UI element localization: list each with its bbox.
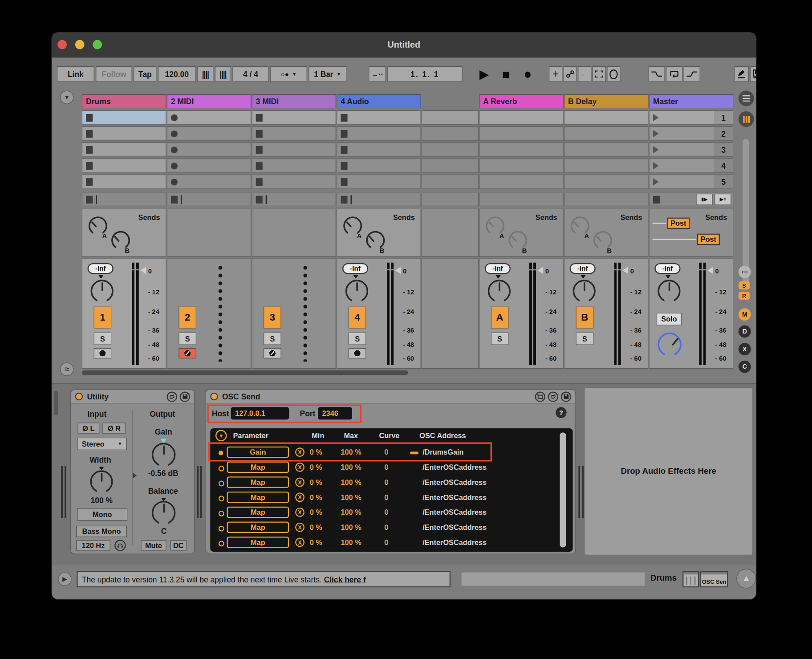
clear-mapping-icon[interactable]: X xyxy=(295,463,304,472)
arrangement-position-field[interactable]: 1. 1. 1 xyxy=(387,66,463,82)
crossfade-section-toggle[interactable]: X xyxy=(739,343,751,355)
clear-mapping-icon[interactable]: X xyxy=(295,508,304,517)
phase-invert-left-button[interactable]: Ø L xyxy=(77,423,99,433)
solo-button[interactable]: S xyxy=(264,333,281,345)
clip-slot[interactable] xyxy=(82,175,166,189)
returns-section-toggle[interactable]: R xyxy=(739,292,750,300)
overdub-plus-button[interactable]: + xyxy=(549,66,562,82)
cue-volume-knob[interactable] xyxy=(658,333,682,357)
stop-clip-icon[interactable] xyxy=(171,195,178,203)
quantize-menu[interactable]: 1 Bar ▼ xyxy=(309,66,346,82)
track-activator-button[interactable]: 3 xyxy=(264,307,281,329)
curve-value[interactable]: 0 xyxy=(384,523,388,532)
clip-slot[interactable] xyxy=(167,110,252,125)
clip-slot[interactable] xyxy=(82,159,166,173)
follow-arrow-button[interactable]: →·· xyxy=(369,66,386,82)
volume-field[interactable]: -Inf xyxy=(88,263,114,274)
time-signature-field[interactable]: 4 / 4 xyxy=(232,66,268,82)
computer-midi-keyboard-icon[interactable] xyxy=(751,66,756,82)
osc-send-device-thumbnail[interactable]: OSC Sen xyxy=(700,571,728,587)
device-on-led[interactable] xyxy=(210,393,218,400)
curve-value[interactable]: 0 xyxy=(384,448,388,456)
clip-slot[interactable] xyxy=(252,126,336,141)
draw-mode-pencil-icon[interactable] xyxy=(735,66,749,82)
track-header-4aud[interactable]: 4 Audio xyxy=(337,94,421,108)
osc-address-field[interactable]: /EnterOSCaddress xyxy=(422,463,487,472)
link-button[interactable]: Link xyxy=(57,66,94,82)
channel-mode-select[interactable]: Stereo ▼ xyxy=(77,438,127,450)
stop-clip-icon[interactable] xyxy=(256,195,263,203)
nudge-down-button[interactable]: |||| xyxy=(197,66,213,82)
clip-stop-icon[interactable] xyxy=(341,162,347,170)
min-value[interactable]: 0 % xyxy=(310,478,322,487)
max-value[interactable]: 100 % xyxy=(341,493,361,501)
solo-button[interactable]: S xyxy=(179,333,196,345)
empty-track-area[interactable] xyxy=(422,94,479,369)
port-input[interactable]: 2346 xyxy=(318,407,352,419)
clip-slot[interactable] xyxy=(252,142,336,157)
clip-slot[interactable] xyxy=(167,159,252,173)
hot-swap-icon[interactable] xyxy=(548,391,558,402)
clip-stop-row[interactable] xyxy=(252,193,336,206)
clip-record-icon[interactable] xyxy=(171,163,178,169)
mapping-inactive-dot[interactable] xyxy=(219,481,224,487)
clip-stop-icon[interactable] xyxy=(86,146,93,153)
map-button[interactable]: Map xyxy=(227,521,289,533)
update-link[interactable]: Click here f xyxy=(324,575,366,584)
clear-mapping-icon[interactable]: X xyxy=(295,447,304,457)
clip-stop-icon[interactable] xyxy=(256,178,263,186)
scene-slot[interactable]: 1 xyxy=(649,110,734,125)
track-header-reverb[interactable]: A Reverb xyxy=(479,94,564,108)
bass-mono-button[interactable]: Bass Mono xyxy=(76,526,127,537)
mapping-inactive-dot[interactable] xyxy=(219,541,224,546)
session-record-link-icon[interactable] xyxy=(564,66,577,82)
solo-button[interactable]: S xyxy=(94,333,112,345)
clip-stop-icon[interactable] xyxy=(256,162,263,170)
volume-field[interactable]: -Inf xyxy=(570,263,596,274)
dc-filter-button[interactable]: DC xyxy=(171,540,187,550)
mixer-section-toggle[interactable]: M xyxy=(739,308,751,321)
pan-knob[interactable] xyxy=(91,280,114,302)
clear-mapping-icon[interactable]: X xyxy=(295,478,304,487)
clip-slot[interactable] xyxy=(337,110,421,125)
clip-slot[interactable] xyxy=(82,142,166,157)
track-activator-button[interactable]: 2 xyxy=(179,307,196,329)
scene-slot[interactable]: 2 xyxy=(649,126,734,141)
arm-button[interactable] xyxy=(264,348,281,358)
scene-play-icon[interactable] xyxy=(653,130,659,137)
arm-button[interactable] xyxy=(349,348,366,358)
fade-out-icon[interactable] xyxy=(648,66,665,82)
osc-address-field[interactable]: /EnterOSCaddress xyxy=(422,523,487,532)
help-icon[interactable]: ? xyxy=(556,407,566,418)
map-button[interactable]: Map xyxy=(227,461,289,473)
hot-swap-icon[interactable] xyxy=(167,391,177,402)
clip-slot[interactable] xyxy=(82,126,166,141)
map-button[interactable]: Map xyxy=(227,476,289,488)
scene-play-icon[interactable] xyxy=(653,114,659,121)
max-value[interactable]: 100 % xyxy=(341,448,361,456)
overview-menu-icon[interactable] xyxy=(739,91,754,106)
loop-switch-icon[interactable] xyxy=(607,66,620,82)
curve-value[interactable]: 0 xyxy=(384,493,388,501)
gain-knob[interactable] xyxy=(152,443,176,467)
balance-knob[interactable] xyxy=(152,501,176,525)
clip-slot[interactable] xyxy=(167,175,252,189)
send-a-pre-post-toggle[interactable]: Post xyxy=(667,218,690,229)
session-horizontal-scrollbar[interactable] xyxy=(82,370,408,375)
track-header-delay[interactable]: B Delay xyxy=(564,94,649,108)
track-header-master[interactable]: Master xyxy=(649,94,734,108)
max-value[interactable]: 100 % xyxy=(341,478,361,487)
clear-mapping-icon[interactable]: X xyxy=(295,537,304,547)
max-value[interactable]: 100 % xyxy=(341,463,361,472)
clear-mapping-icon[interactable]: X xyxy=(295,523,304,532)
osc-address-field[interactable]: /EnterOSCaddress xyxy=(422,508,487,517)
pan-knob[interactable] xyxy=(573,280,596,302)
scene-play-icon[interactable] xyxy=(653,178,659,185)
clip-slot[interactable] xyxy=(252,175,336,189)
volume-field[interactable]: -Inf xyxy=(654,263,680,274)
bass-mono-freq-field[interactable]: 120 Hz xyxy=(76,540,110,550)
collapse-table-icon[interactable]: ▼ xyxy=(215,430,227,442)
float-window-icon[interactable] xyxy=(535,391,545,402)
clip-stop-row[interactable] xyxy=(167,193,252,206)
meter-marker-icon[interactable] xyxy=(537,267,543,274)
